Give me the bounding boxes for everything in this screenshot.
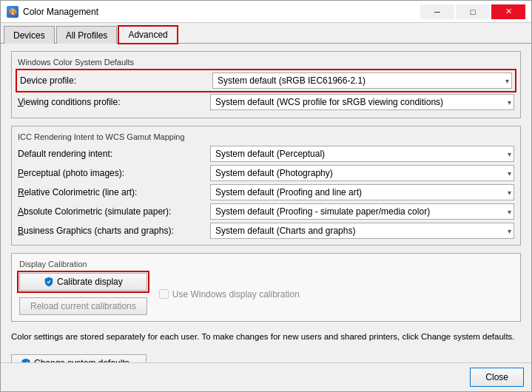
relative-colorimetric-dropdown-wrapper: System default (Proofing and line art) ▾	[210, 184, 514, 200]
calibration-controls-row: Calibrate display Reload current calibra…	[19, 273, 513, 315]
absolute-colorimetric-label: Absolute Colorimetric (simulate paper):	[18, 206, 210, 217]
icc-rendering-group: ICC Rendering Intent to WCS Gamut Mappin…	[11, 126, 521, 246]
icc-rendering-title: ICC Rendering Intent to WCS Gamut Mappin…	[18, 132, 514, 141]
viewing-conditions-dropdown[interactable]: System default (WCS profile for sRGB vie…	[210, 94, 514, 110]
maximize-button[interactable]: □	[456, 4, 490, 19]
perceptual-dropdown-wrapper: System default (Photography) ▾	[210, 165, 514, 181]
device-profile-dropdown-wrapper: System default (sRGB IEC61966-2.1) ▾	[212, 72, 512, 89]
main-content: Windows Color System Defaults Device pro…	[1, 44, 531, 362]
default-rendering-label: Default rendering intent:	[18, 149, 210, 159]
viewing-conditions-dropdown-wrapper: System default (WCS profile for sRGB vie…	[210, 94, 514, 110]
windows-defaults-group: Windows Color System Defaults Device pro…	[11, 51, 521, 118]
shield-icon	[44, 277, 54, 287]
calibration-title: Display Calibration	[19, 260, 513, 268]
window-title: Color Management	[23, 7, 98, 17]
tabs-bar: Devices All Profiles Advanced	[1, 23, 531, 44]
window-icon: 🎨	[7, 6, 18, 18]
calibrate-display-label: Calibrate display	[57, 277, 123, 287]
default-rendering-dropdown-wrapper: System default (Perceptual) ▾	[210, 146, 514, 162]
business-graphics-dropdown[interactable]: System default (Charts and graphs)	[210, 223, 514, 239]
color-management-window: 🎨 Color Management ─ □ ✕ Devices All Pro…	[0, 0, 532, 392]
tab-all-profiles[interactable]: All Profiles	[56, 26, 118, 44]
business-graphics-label: Business Graphics (charts and graphs):	[18, 226, 210, 236]
minimize-button[interactable]: ─	[420, 4, 454, 19]
reload-calibrations-button[interactable]: Reload current calibrations	[19, 297, 147, 315]
windows-calibration-checkbox[interactable]	[159, 289, 169, 299]
business-graphics-dropdown-wrapper: System default (Charts and graphs) ▾	[210, 223, 514, 239]
calibration-section: Display Calibration Calibrate display	[11, 253, 521, 322]
change-system-defaults-button[interactable]: Change system defaults...	[11, 354, 147, 362]
window-close-button[interactable]: ✕	[491, 4, 525, 19]
device-profile-row: Device profile: System default (sRGB IEC…	[18, 71, 514, 90]
absolute-colorimetric-dropdown-wrapper: System default (Proofing - simulate pape…	[210, 203, 514, 220]
tab-advanced[interactable]: Advanced	[118, 26, 177, 44]
close-dialog-button[interactable]: Close	[470, 368, 524, 387]
relative-colorimetric-dropdown[interactable]: System default (Proofing and line art)	[210, 184, 514, 200]
default-rendering-dropdown[interactable]: System default (Perceptual)	[210, 146, 514, 162]
device-profile-label: Device profile:	[20, 75, 212, 86]
absolute-colorimetric-dropdown[interactable]: System default (Proofing - simulate pape…	[210, 203, 514, 220]
device-profile-dropdown[interactable]: System default (sRGB IEC61966-2.1)	[212, 72, 512, 89]
footer-actions: Change system defaults...	[11, 354, 521, 362]
windows-calibration-label: Use Windows display calibration	[172, 289, 300, 300]
default-rendering-row: Default rendering intent: System default…	[18, 146, 514, 162]
relative-colorimetric-label: Relative Colorimetric (line art):	[18, 187, 210, 197]
business-graphics-row: Business Graphics (charts and graphs): S…	[18, 223, 514, 239]
footer-text: Color settings are stored separately for…	[11, 328, 521, 345]
viewing-conditions-row: Viewing conditions profile: System defau…	[18, 94, 514, 110]
reload-calibrations-label: Reload current calibrations	[30, 301, 136, 311]
title-bar: 🎨 Color Management ─ □ ✕	[1, 1, 531, 23]
windows-defaults-title: Windows Color System Defaults	[18, 58, 514, 67]
perceptual-label: Perceptual (photo images):	[18, 168, 210, 178]
tab-devices[interactable]: Devices	[4, 26, 55, 44]
windows-calibration-row: Use Windows display calibration	[159, 289, 300, 300]
absolute-colorimetric-row: Absolute Colorimetric (simulate paper): …	[18, 203, 514, 220]
calibrate-display-button[interactable]: Calibrate display	[19, 273, 147, 291]
perceptual-dropdown[interactable]: System default (Photography)	[210, 165, 514, 181]
perceptual-row: Perceptual (photo images): System defaul…	[18, 165, 514, 181]
viewing-conditions-label: Viewing conditions profile:	[18, 97, 210, 107]
bottom-bar: Close	[1, 362, 531, 391]
relative-colorimetric-row: Relative Colorimetric (line art): System…	[18, 184, 514, 200]
